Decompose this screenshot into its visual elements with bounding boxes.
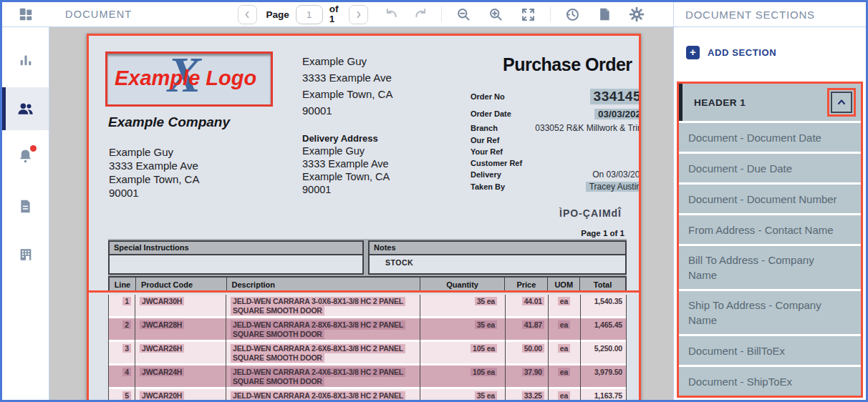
- collapse-section-button[interactable]: [831, 92, 852, 113]
- sidebar-item-company[interactable]: [2, 233, 49, 276]
- fullscreen-icon[interactable]: [521, 7, 536, 22]
- top-toolbar: DOCUMENT Page of 1: [2, 2, 866, 27]
- collapse-annotation: [827, 88, 856, 117]
- file-icon[interactable]: [597, 7, 612, 21]
- table-row[interactable]: 3 JWCAR26H JELD-WEN CARRARA 2-6X6-8X1-3/…: [108, 342, 627, 363]
- add-section-button[interactable]: + ADD SECTION: [686, 46, 776, 59]
- col-desc: Description: [227, 278, 420, 291]
- col-total: Total: [580, 278, 625, 291]
- special-instructions-label: Special Instructions: [110, 242, 362, 255]
- document-sections-title: DOCUMENT SECTIONS: [685, 9, 815, 21]
- content-area: X Example Logo Example Company Example G…: [2, 27, 866, 400]
- redo-button[interactable]: [413, 7, 428, 22]
- gear-icon[interactable]: [629, 6, 645, 22]
- contact-address-block: Example Guy 3333 Example Ave Example Tow…: [302, 53, 392, 119]
- sidebar-item-notifications[interactable]: [2, 136, 49, 179]
- col-price: Price: [505, 278, 548, 291]
- prev-page-button[interactable]: [238, 5, 257, 24]
- right-panel-header: DOCUMENT SECTIONS: [673, 2, 866, 26]
- sidebar-item-analytics[interactable]: [2, 39, 49, 82]
- sidebar-item-documents[interactable]: [2, 185, 49, 227]
- order-meta-block: Order No334145 Order Date03/03/202 Branc…: [471, 87, 639, 193]
- instructions-band: Special Instructions Notes STOCK: [108, 239, 627, 276]
- notes-label: Notes: [370, 242, 625, 255]
- document-page: X Example Logo Example Company Example G…: [89, 36, 639, 400]
- page-title: DOCUMENT: [65, 9, 132, 20]
- taken-by-label: Taken By: [471, 182, 505, 191]
- order-no-label: Order No: [471, 92, 505, 101]
- add-section-label: ADD SECTION: [708, 47, 776, 58]
- line-items-header: Line Product Code Description Quantity P…: [108, 276, 627, 293]
- special-instructions-box: Special Instructions: [108, 240, 364, 275]
- order-date-label: Order Date: [471, 109, 511, 118]
- apps-icon[interactable]: [2, 6, 49, 22]
- company-name: Example Company: [108, 114, 230, 130]
- document-canvas: X Example Logo Example Company Example G…: [49, 27, 673, 400]
- plus-icon: +: [686, 46, 700, 59]
- field-item-from-contact-name[interactable]: From Address - Contact Name: [679, 215, 861, 244]
- page-number-input[interactable]: [296, 5, 323, 24]
- field-item-shipto-company-name[interactable]: Ship To Address - CompanyName: [679, 291, 861, 334]
- undo-button[interactable]: [384, 7, 399, 22]
- our-ref-label: Our Ref: [471, 136, 499, 144]
- barcode-text: ÌPO-ÇAIMdÎ: [559, 207, 622, 219]
- taken-by-value[interactable]: Tracey Austin: [586, 182, 639, 192]
- col-line: Line: [110, 278, 136, 291]
- branch-value: 033052 R&K Millwork & Trim: [535, 123, 639, 133]
- order-no-value[interactable]: 334145: [590, 89, 639, 104]
- field-item-billtoex[interactable]: Document - BillToEx: [679, 336, 861, 365]
- toolbar-left: DOCUMENT Page of 1: [2, 2, 673, 26]
- field-item-billto-company-name[interactable]: Bill To Address - CompanyName: [679, 246, 861, 289]
- next-page-button[interactable]: [349, 5, 368, 24]
- document-sections-panel: + ADD SECTION HEADER 1 Document - Docume…: [673, 27, 866, 400]
- people-icon: [16, 100, 34, 118]
- logo-text: Example Logo: [115, 67, 256, 90]
- page-footer: Page 1 of 1: [581, 229, 625, 237]
- logo-region-annotation[interactable]: X Example Logo: [105, 52, 273, 107]
- bar-chart-icon: [18, 52, 34, 68]
- field-item-document-date[interactable]: Document - Document Date: [679, 123, 861, 152]
- delivery-address-label: Delivery Address: [302, 133, 378, 144]
- zoom-out-icon[interactable]: [456, 7, 471, 22]
- table-row[interactable]: 5 JWCAR20H JELD-WEN CARRARA 2-0X6-8X1-3/…: [108, 389, 627, 400]
- table-row[interactable]: 4 JWCAR24H JELD-WEN CARRARA 2-4X6-8X1-3/…: [108, 366, 627, 387]
- sections-list-annotation: HEADER 1 Document - Document Date Docume…: [677, 82, 863, 398]
- notification-badge: [30, 145, 37, 152]
- delivery-address-block: Example Guy 3333 Example Ave Example Tow…: [302, 144, 390, 196]
- special-instructions-value: [110, 255, 362, 273]
- customer-ref-label: Customer Ref: [471, 159, 522, 167]
- table-row[interactable]: 2 JWCAR28H JELD-WEN CARRARA 2-8X6-8X1-3/…: [108, 318, 627, 340]
- document-icon: [18, 199, 33, 214]
- field-item-shiptoex[interactable]: Document - ShipToEx: [679, 367, 861, 396]
- branch-label: Branch: [471, 124, 498, 132]
- field-item-document-number[interactable]: Document - Document Number: [679, 185, 861, 213]
- app-window: DOCUMENT Page of 1: [0, 0, 868, 402]
- notes-value: STOCK: [370, 255, 625, 273]
- delivery-value: On 03/03/202: [592, 170, 639, 180]
- history-icon[interactable]: [565, 7, 580, 22]
- notes-box: Notes STOCK: [368, 240, 627, 275]
- document-page-annotation[interactable]: X Example Logo Example Company Example G…: [87, 34, 641, 400]
- line-items-body: 1 JWCAR30H JELD-WEN CARRARA 3-0X6-8X1-3/…: [108, 295, 627, 400]
- zoom-in-icon[interactable]: [488, 7, 503, 22]
- order-date-value[interactable]: 03/03/202: [594, 109, 639, 119]
- page-navigation: Page of 1: [238, 4, 367, 24]
- left-sidebar: [2, 27, 49, 400]
- col-qty: Quantity: [420, 278, 506, 291]
- page-of-label: of 1: [329, 4, 342, 24]
- table-row[interactable]: 1 JWCAR30H JELD-WEN CARRARA 3-0X6-8X1-3/…: [108, 295, 627, 316]
- building-icon: [18, 247, 34, 263]
- purchase-order-title: Purchase Order: [503, 54, 632, 75]
- section-header-row[interactable]: HEADER 1: [679, 84, 861, 121]
- from-address-block: Example Guy 3333 Example Ave Example Tow…: [109, 145, 199, 200]
- sidebar-item-contacts[interactable]: [2, 87, 49, 130]
- field-item-due-date[interactable]: Document - Due Date: [679, 154, 861, 182]
- bell-icon: [17, 148, 34, 167]
- chevron-up-icon: [836, 97, 847, 108]
- section-title: HEADER 1: [694, 97, 746, 108]
- page-label: Page: [266, 9, 289, 20]
- your-ref-label: Your Ref: [471, 147, 503, 156]
- col-code: Product Code: [136, 278, 227, 291]
- delivery-label: Delivery: [471, 170, 501, 179]
- toolbar-divider: [550, 6, 551, 22]
